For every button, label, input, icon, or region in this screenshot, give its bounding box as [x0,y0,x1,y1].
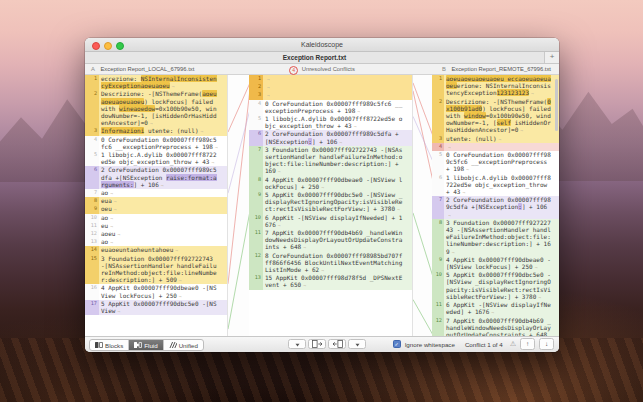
code-line[interactable]: 62 CoreFoundation 0x00007fff989c5dfa +[N… [85,166,227,189]
code-line[interactable]: 8eua [85,197,227,205]
code-line[interactable]: 11eu [85,222,227,230]
code-text: 7 AppKit 0x00007fff90db4b69 _handleWindo… [263,229,412,252]
line-number: 6 [85,166,99,189]
code-line[interactable]: 153 Foundation 0x00007fff92722743 -[NSAs… [85,255,227,285]
code-line[interactable]: 164 AppKit 0x00007fff90dbeae0 -[NSView l… [85,284,227,299]
code-text: 5 AppKit 0x00007fff90dbc5e0 -[NSView _di… [263,191,412,214]
code-line[interactable]: 13ao [85,238,227,246]
line-number: 10 [85,214,99,222]
code-text: 8 CoreFoundation 0x00007fff98985bd707fff… [263,252,412,275]
code-text: 0 CoreFoundation 0x00007fff989c5fc6 __ex… [99,136,227,151]
code-line[interactable]: 1315 AppKit 0x00007fff98d78f5d _DPSNextE… [249,274,412,289]
code-line[interactable]: 3utente: (null) [432,135,559,143]
new-tab-button[interactable]: + [544,52,559,63]
code-text: 15 AppKit 0x00007fff98d78f5d _DPSNextEve… [263,274,412,289]
line-number: 17 [85,300,99,315]
line-number: 4 [432,143,444,151]
zoom-button[interactable] [116,42,124,50]
code-line[interactable]: 83 Foundation 0x00007fff92722743 -[NSAss… [432,219,559,256]
code-line[interactable]: 175 AppKit 0x00007fff90dbc5e0 -[NSView [85,300,227,315]
line-number: 6 [432,174,444,197]
changed-token: window [464,112,486,119]
code-line[interactable]: 127 AppKit 0x00007fff90db4b69 _handleWin… [432,317,559,337]
code-text [444,143,559,151]
code-line[interactable]: 3 [249,91,412,99]
code-line[interactable]: 84 AppKit 0x00007fff90dbeae0 -[NSView lo… [249,176,412,191]
line-number: 15 [85,255,99,285]
diff-connector-right [413,75,433,336]
copy-to-left-button[interactable] [328,339,346,349]
code-line[interactable]: 128 CoreFoundation 0x00007fff98985bd707f… [249,252,412,275]
code-line[interactable]: 1eccezione: NSInternalInconsistencyExcep… [85,75,227,90]
line-number: 5 [85,151,99,166]
code-line[interactable]: 2 [249,83,412,91]
vertical-scrollbar[interactable] [555,79,558,131]
code-line[interactable]: 14euaoeuntaoheuntahoeu [85,246,227,254]
code-text [263,75,412,83]
tab-bar: Exception Report.txt + [85,52,559,64]
code-line[interactable]: 2Descrizione: -[NSThemeFrame(0x100b91ad0… [432,98,559,135]
line-number: 6 [249,130,263,145]
code-line[interactable]: 62 CoreFoundation 0x00007fff989c5dfa +[N… [249,130,412,145]
code-line[interactable]: 10ao [85,214,227,222]
code-line[interactable]: 51 libobjc.A.dylib 0x00007fff8722ed5e ob… [249,115,412,130]
line-number: 1 [85,75,99,90]
fluid-view-icon [134,342,142,349]
code-text: 5 AppKit 0x00007fff90dbc5e0 -[NSView [99,300,227,315]
code-line[interactable]: 95 AppKit 0x00007fff90dbc5e0 -[NSView _d… [249,191,412,214]
traffic-lights [92,42,124,50]
merge-choice-dropdown-b[interactable] [348,339,366,349]
code-line[interactable]: 2Descrizione: -[NSThemeFrame(aoeuaoeuaoe… [85,90,227,127]
line-number: 2 [432,98,444,135]
conflict-count-badge: 4 [289,66,298,75]
code-line[interactable]: 40 CoreFoundation 0x00007fff989c5fc6 __e… [85,136,227,151]
code-text: Descrizione: -[NSThemeFrame(0x100b91ad0)… [444,98,559,135]
code-line[interactable]: 12aoeu [85,230,227,238]
view-mode-blocks-button[interactable]: Blocks [90,340,129,350]
window-titlebar[interactable]: Kaleidoscope [85,38,559,52]
line-number: 2 [249,83,263,91]
code-line[interactable]: 61 libobjc.A.dylib 0x00007fff8722ed5e ob… [432,174,559,197]
code-text: 3 Foundation 0x00007fff92722743 -[NSAsse… [99,255,227,285]
view-mode-fluid-button[interactable]: Fluid [129,340,163,350]
code-line[interactable]: 9oeu [85,205,227,213]
code-line[interactable]: 94 AppKit 0x00007fff90dbeae0 -[NSView lo… [432,256,559,271]
line-number: 12 [249,252,263,275]
changed-token: aoeuaoeuaoeuaoeu eccaoeuaoeuaoeu [446,75,551,89]
code-line[interactable]: 72 CoreFoundation 0x00007fff989c5dfa +[N… [432,196,559,219]
window-title: Kaleidoscope [85,41,559,48]
code-text: 5 AppKit 0x00007fff90dbc5e0 -[NSView _di… [444,271,559,301]
previous-conflict-button[interactable]: ↑ [520,338,535,350]
line-number: 7 [249,146,263,176]
merge-choice-dropdown-a[interactable] [288,339,306,349]
code-text: Descrizione: -[NSThemeFrame(aoeuaoeuaoeu… [99,90,227,127]
code-line[interactable]: 1aoeuaoeuaoeuaoeu eccaoeuaoeuaoeuerione:… [432,75,559,98]
code-line[interactable]: 116 AppKit -[NSView displayIfNeeded] + 1… [432,301,559,316]
view-mode-unified-button[interactable]: Unified [164,340,203,350]
copy-to-right-button[interactable] [308,339,326,349]
line-number: 1 [249,75,263,83]
code-line[interactable]: 50 CoreFoundation 0x00007fff989c5fc6 __e… [432,151,559,174]
code-line[interactable]: 1 [249,75,412,83]
close-button[interactable] [92,42,100,50]
code-line[interactable]: 7ao [85,189,227,197]
code-line[interactable]: 4 [432,143,559,151]
ignore-whitespace-checkbox[interactable]: ✓ [393,340,401,348]
code-line[interactable]: 117 AppKit 0x00007fff90db4b69 _handleWin… [249,229,412,252]
code-text: 3 Foundation 0x00007fff92722743 -[NSAsse… [444,219,559,256]
code-line[interactable]: 40 CoreFoundation 0x00007fff989c5fc6 __e… [249,100,412,115]
code-line[interactable]: 106 AppKit -[NSView displayIfNeeded] + 1… [249,214,412,229]
code-line[interactable]: 73 Foundation 0x00007fff92722743 -[NSAss… [249,146,412,176]
code-line[interactable]: 51 libobjc.A.dylib 0x00007fff8722ed5e ob… [85,151,227,166]
next-conflict-button[interactable]: ↓ [539,338,554,350]
changed-token: wineaoedow [119,105,155,112]
right-file[interactable]: B Exception Report_REMOTE_67996.txt [442,66,551,72]
code-line[interactable]: 3Informazioni utente: (null) [85,127,227,135]
tab-exception-report[interactable]: Exception Report.txt [85,52,544,63]
diff-content: 1eccezione: NSInternalInconsistencyExcep… [85,75,559,336]
minimize-button[interactable] [104,42,112,50]
code-text: ao [99,189,227,197]
code-text: 2 CoreFoundation 0x00007fff989c5dfa +[NS… [444,196,559,219]
code-line[interactable]: 105 AppKit 0x00007fff90dbc5e0 -[NSView _… [432,271,559,301]
line-number: 11 [249,229,263,252]
